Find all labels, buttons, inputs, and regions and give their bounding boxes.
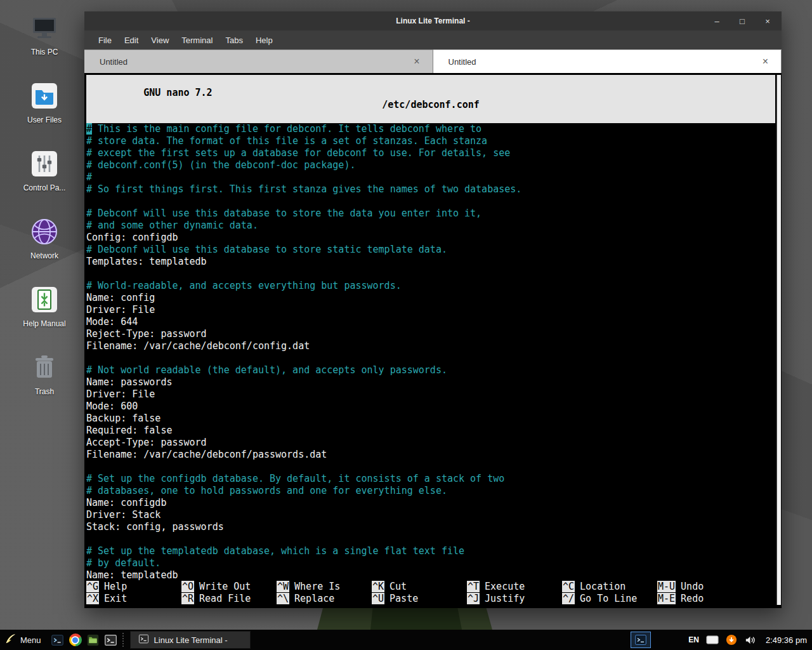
tab-close-icon[interactable]: × [411, 55, 422, 68]
taskbar-launchers [49, 630, 120, 650]
nano-version: GNU nano 7.2 [132, 87, 212, 98]
desktop-icon-control-panel[interactable]: Control Pa... [14, 149, 75, 192]
nano-shortcut: ^GHelp [86, 581, 181, 593]
menu-file[interactable]: File [92, 32, 118, 48]
nano-line: Required: false [86, 425, 775, 437]
desktop-icon-trash[interactable]: Trash [14, 352, 75, 396]
nano-line: Accept-Type: password [86, 437, 775, 449]
clock[interactable]: 2:49:36 pm [763, 635, 807, 645]
nano-line [86, 461, 775, 473]
taskbar: Menu Linux Lite Terminal - EN 2:49:36 [0, 630, 812, 650]
updates-icon[interactable] [726, 634, 737, 646]
menu-tabs[interactable]: Tabs [219, 32, 249, 48]
nano-shortcut: ^RRead File [181, 593, 277, 605]
tab-label: Untitled [100, 57, 411, 67]
nano-shortcut: ^CLocation [562, 581, 657, 593]
nano-line: Reject-Type: password [86, 328, 775, 340]
desktop-icon-this-pc[interactable]: This PC [14, 13, 75, 56]
nano-line: Filename: /var/cache/debconf/passwords.d… [86, 449, 775, 461]
nano-line: # Debconf will use this database to stor… [86, 208, 775, 220]
terminal-screen[interactable]: GNU nano 7.2 /etc/debconf.conf # This is… [84, 73, 782, 608]
nano-shortcut: ^/Go To Line [562, 593, 657, 605]
desktop-icon-help-manual[interactable]: Help Manual [14, 284, 75, 328]
volume-icon[interactable] [744, 634, 756, 646]
menubar: FileEditViewTerminalTabsHelp [84, 30, 782, 50]
nano-shortcut: M-ERedo [657, 593, 752, 605]
terminal-alt-launcher[interactable] [102, 630, 120, 650]
nano-line: # debconf.conf(5) (in the debconf-doc pa… [86, 159, 775, 171]
task-button-label: Linux Lite Terminal - [154, 635, 228, 645]
nano-shortcut: ^\Replace [277, 593, 372, 605]
terminal-icon [138, 633, 149, 646]
nano-shortcut: ^OWrite Out [181, 581, 277, 593]
terminal-launcher[interactable] [49, 630, 67, 650]
file-manager-launcher[interactable] [84, 630, 102, 650]
book-icon [29, 284, 60, 315]
nano-shortcut: ^WWhere Is [277, 581, 372, 593]
folder-icon [29, 81, 60, 111]
terminal-tab-2[interactable]: Untitled× [433, 50, 782, 73]
nano-line: Mode: 644 [86, 316, 775, 328]
nano-line: # and some other dynamic data. [86, 220, 775, 232]
menu-help[interactable]: Help [249, 32, 279, 48]
tray-terminal-icon[interactable] [631, 632, 651, 648]
keyboard-layout-icon[interactable] [706, 635, 719, 644]
menu-edit[interactable]: Edit [118, 32, 145, 48]
desktop-icons: This PCUser FilesControl Pa...NetworkHel… [14, 13, 75, 396]
tabbar: Untitled×Untitled× [84, 50, 782, 73]
language-indicator[interactable]: EN [688, 635, 699, 644]
desktop-icon-user-files[interactable]: User Files [14, 81, 75, 124]
nano-line [86, 352, 775, 364]
nano-line: # [86, 171, 775, 183]
nano-line: # by default. [86, 557, 775, 569]
minimize-icon[interactable]: – [712, 17, 722, 25]
nano-shortcut: ^XExit [86, 593, 181, 605]
nano-line: Stack: config, passwords [86, 521, 775, 533]
nano-filename: /etc/debconf.conf [86, 99, 775, 111]
menu-terminal[interactable]: Terminal [175, 32, 219, 48]
browser-launcher[interactable] [67, 630, 84, 650]
nano-line [86, 196, 775, 208]
nano-shortcut: M-UUndo [657, 581, 752, 593]
terminal-light-icon [104, 633, 117, 647]
close-icon[interactable]: × [763, 17, 773, 25]
nano-line: # This is the main config file for debco… [86, 123, 775, 135]
nano-line: # except the first sets up a database fo… [86, 147, 775, 159]
menu-button-label: Menu [20, 635, 41, 645]
nano-line: Templates: templatedb [86, 256, 775, 268]
nano-line: Driver: Stack [86, 509, 775, 521]
nano-shortcut: ^TExecute [467, 581, 562, 593]
sliders-icon [29, 149, 60, 179]
nano-line: # Set up the configdb database. By defau… [86, 473, 775, 485]
linux-lite-logo-icon [5, 633, 16, 647]
menu-view[interactable]: View [145, 32, 175, 48]
window-title: Linux Lite Terminal - [396, 17, 469, 25]
nano-titlebar: GNU nano 7.2 /etc/debconf.conf [86, 75, 775, 123]
task-button-terminal[interactable]: Linux Lite Terminal - [130, 631, 251, 649]
nano-line: Driver: File [86, 388, 775, 401]
nano-line [86, 533, 775, 545]
desktop-icon-label: This PC [31, 48, 58, 56]
nano-cursor: # [86, 123, 92, 135]
tab-close-icon[interactable]: × [760, 55, 771, 68]
window-titlebar[interactable]: Linux Lite Terminal - – □ × [84, 11, 782, 30]
maximize-icon[interactable]: □ [737, 17, 747, 25]
desktop-icon-label: Network [30, 251, 58, 260]
desktop-icon-label: Trash [35, 387, 54, 396]
panel-grip [122, 633, 128, 647]
menu-button[interactable]: Menu [0, 630, 49, 650]
nano-line: Filename: /var/cache/debconf/config.dat [86, 340, 775, 352]
system-tray: EN 2:49:36 pm [631, 632, 812, 648]
nano-shortcuts: ^GHelp^OWrite Out^WWhere Is^KCut^TExecut… [86, 581, 775, 605]
terminal-tab-1[interactable]: Untitled× [84, 50, 433, 73]
nano-shortcut: ^JJustify [467, 593, 562, 605]
nano-line: # databases, one to hold passwords and o… [86, 485, 775, 497]
nano-shortcut: ^KCut [372, 581, 467, 593]
nano-line: # Not world readable (the default), and … [86, 364, 775, 376]
desktop-icon-network[interactable]: Network [14, 216, 75, 260]
terminal-scrollbar[interactable] [776, 75, 781, 605]
nano-line: Name: templatedb [86, 569, 775, 581]
nano-line: Driver: File [86, 304, 775, 316]
nano-line: Mode: 600 [86, 401, 775, 413]
nano-line [86, 268, 775, 280]
